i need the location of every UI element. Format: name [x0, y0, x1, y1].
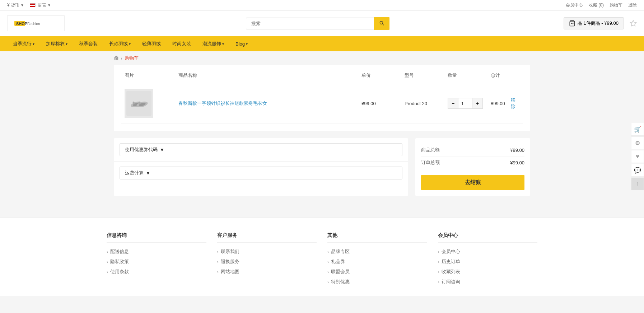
breadcrumb-separator: /: [121, 56, 122, 61]
wishlist-icon: [630, 20, 637, 27]
footer-link-newsletter[interactable]: 订阅咨询: [438, 279, 538, 285]
search-button[interactable]: [374, 17, 389, 30]
header: SHOP Fashion 品 1件商品 - ¥99.00: [0, 11, 644, 36]
sidebar-cart-icon[interactable]: 🛒: [631, 123, 644, 136]
home-icon: [114, 55, 119, 60]
top-bar-right: 会员中心 收藏 (0) 购物车 退除: [566, 2, 637, 8]
top-bar: ¥ 货币 ▼ 语言 ▼ 会员中心 收藏 (0) 购物车 退除: [0, 0, 644, 11]
footer-link-gift[interactable]: 礼品券: [327, 258, 427, 265]
currency-arrow: ▼: [20, 3, 24, 7]
footer-link-sitemap[interactable]: 网站地图: [217, 268, 317, 275]
coupon-button[interactable]: 使用优惠券代码 ▼: [120, 143, 402, 156]
footer-link-contact[interactable]: 联系我们: [217, 248, 317, 255]
language-dropdown[interactable]: 语言 ▼: [30, 2, 51, 8]
cart-table-header: 图片 商品名称 单价 型号 数量 总计: [121, 72, 523, 83]
sidebar-settings-icon[interactable]: ⚙: [631, 136, 644, 149]
breadcrumb-home[interactable]: [114, 55, 119, 61]
nav-item-trendy[interactable]: 潮流服饰 ▾: [197, 36, 230, 51]
nav-item-blog[interactable]: Blog ▾: [230, 37, 253, 51]
footer-link-special[interactable]: 特别优惠: [327, 279, 427, 285]
col-price: 单价: [361, 72, 405, 79]
checkout-button[interactable]: 去结账: [421, 175, 524, 190]
remove-item-link[interactable]: 移除: [511, 97, 519, 110]
nav-item-light-down[interactable]: 轻薄羽绒: [136, 36, 167, 51]
footer-col-info: 信息咨询 配送信息 隐私政策 使用条款: [107, 232, 206, 289]
footer-link-privacy[interactable]: 隐私政策: [107, 258, 206, 265]
product-model-cell: Product 20: [405, 101, 448, 106]
product-image: [125, 89, 153, 118]
svg-text:Fashion: Fashion: [27, 22, 40, 26]
footer: 信息咨询 配送信息 隐私政策 使用条款 客户服务 联系我们 退换服务 网站地图 …: [0, 218, 644, 296]
wishlist-button[interactable]: [630, 20, 637, 27]
product-name-link[interactable]: 春秋新款一字领针织衫长袖短款素身毛衣女: [178, 101, 267, 106]
footer-link-delivery[interactable]: 配送信息: [107, 248, 206, 255]
product-name-cell: 春秋新款一字领针织衫长袖短款素身毛衣女: [178, 100, 361, 107]
footer-link-terms[interactable]: 使用条款: [107, 268, 206, 275]
nav-arrow-6: ▾: [222, 42, 224, 46]
nav-item-long-down[interactable]: 长款羽绒 ▾: [103, 36, 136, 51]
footer-col-info-title: 信息咨询: [107, 232, 206, 243]
nav-arrow-3: ▾: [129, 42, 131, 46]
nav: 当季流行 ▾ 加厚棉衣 ▾ 秋季套装 长款羽绒 ▾ 轻薄羽绒 时尚女装 潮流服饰…: [0, 36, 644, 51]
nav-item-thick-coat[interactable]: 加厚棉衣 ▾: [40, 36, 73, 51]
shipping-arrow: ▼: [146, 170, 150, 176]
coupon-row: 使用优惠券代码 ▼: [114, 138, 408, 162]
footer-link-wishlist[interactable]: 收藏列表: [438, 268, 538, 275]
sidebar-back-to-top[interactable]: ↑: [631, 177, 644, 190]
footer-col-service: 客户服务 联系我们 退换服务 网站地图: [217, 232, 317, 289]
coupon-arrow: ▼: [160, 147, 164, 153]
member-center-link[interactable]: 会员中心: [566, 2, 583, 8]
quantity-input[interactable]: [458, 98, 472, 108]
cart-summary-button[interactable]: 品 1件商品 - ¥99.00: [564, 17, 624, 29]
main-content: 图片 商品名称 单价 型号 数量 总计: [107, 65, 537, 210]
product-model: Product 20: [405, 101, 427, 106]
top-bar-left: ¥ 货币 ▼ 语言 ▼: [7, 2, 51, 8]
quantity-decrease-button[interactable]: −: [448, 98, 458, 108]
currency-dropdown[interactable]: ¥ 货币 ▼: [7, 2, 24, 8]
subtotal-label: 商品总额: [421, 147, 440, 153]
coupon-shipping-panel: 使用优惠券代码 ▼ 运费计算 ▼: [114, 138, 408, 196]
login-link[interactable]: 退除: [628, 2, 637, 8]
footer-link-affiliate[interactable]: 联盟会员: [327, 268, 427, 275]
cart-link[interactable]: 购物车: [610, 2, 622, 8]
language-label: 语言: [38, 2, 46, 8]
logo-svg: SHOP Fashion: [14, 18, 57, 29]
footer-col-service-title: 客户服务: [217, 232, 317, 243]
search-icon: [379, 20, 384, 26]
product-total: ¥99.00: [491, 101, 505, 106]
nav-arrow-0: ▾: [33, 42, 34, 46]
footer-link-returns[interactable]: 退换服务: [217, 258, 317, 265]
nav-item-current-trend[interactable]: 当季流行 ▾: [7, 36, 40, 51]
search-input[interactable]: [246, 18, 374, 29]
footer-link-order-history[interactable]: 历史订单: [438, 258, 538, 265]
footer-link-brand[interactable]: 品牌专区: [327, 248, 427, 255]
search-area: [246, 17, 389, 30]
header-right: 品 1件商品 - ¥99.00: [564, 17, 637, 29]
breadcrumb: / 购物车: [107, 51, 537, 65]
slipper-svg: [126, 91, 151, 116]
product-price-cell: ¥99.00: [361, 101, 405, 106]
footer-col-other-links: 品牌专区 礼品券 联盟会员 特别优惠: [327, 248, 427, 285]
subtotal-value: ¥99.00: [510, 148, 524, 153]
sidebar-wishlist-icon[interactable]: ♥: [631, 150, 644, 163]
nav-item-fashion-women[interactable]: 时尚女装: [167, 36, 197, 51]
footer-link-member-center[interactable]: 会员中心: [438, 248, 538, 255]
sidebar-chat-icon[interactable]: 💬: [631, 164, 644, 177]
logo: SHOP Fashion: [7, 14, 72, 32]
quantity-increase-button[interactable]: +: [472, 98, 482, 108]
footer-col-member-title: 会员中心: [438, 232, 538, 243]
cart-container: 图片 商品名称 单价 型号 数量 总计: [114, 65, 530, 131]
shipping-button[interactable]: 运费计算 ▼: [120, 167, 402, 179]
quantity-control: − +: [448, 98, 483, 109]
shipping-label: 运费计算: [125, 170, 144, 176]
product-quantity-cell: − +: [448, 98, 491, 109]
flag-icon: [30, 3, 36, 7]
coupon-label: 使用优惠券代码: [125, 146, 158, 153]
svg-text:SHOP: SHOP: [16, 22, 27, 26]
nav-item-autumn-set[interactable]: 秋季套装: [73, 36, 103, 51]
order-summary: 商品总额 ¥99.00 订单总额 ¥99.00 去结账: [415, 138, 530, 196]
col-total: 总计: [491, 72, 519, 79]
favorites-link[interactable]: 收藏 (0): [589, 2, 604, 8]
col-image: 图片: [125, 72, 178, 79]
cart-icon: [569, 20, 575, 27]
